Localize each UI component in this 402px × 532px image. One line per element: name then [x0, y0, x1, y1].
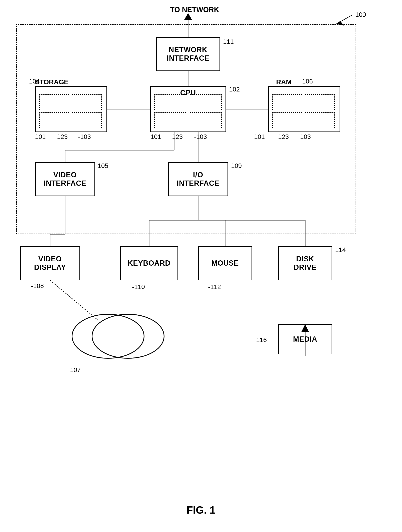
keyboard-label: KEYBOARD	[128, 259, 170, 267]
media-block: MEDIA	[278, 324, 332, 354]
diagram: 100 TO NETWORK NETWORKINTERFACE 111 CPU …	[0, 0, 402, 532]
ref-102: 102	[229, 86, 240, 93]
svg-marker-3	[184, 13, 192, 20]
mouse-block: MOUSE	[198, 246, 252, 280]
svg-point-1	[92, 314, 164, 358]
ref-106: 106	[302, 78, 313, 85]
mouse-label: MOUSE	[211, 259, 239, 267]
storage-ref-123: 123	[57, 133, 68, 140]
storage-label: STORAGE	[35, 78, 69, 86]
ref-105: 105	[98, 162, 108, 170]
keyboard-block: KEYBOARD	[120, 246, 178, 280]
network-interface-block: NETWORKINTERFACE	[156, 37, 220, 71]
disk-drive-block: DISKDRIVE	[278, 246, 332, 280]
storage-ref-103: -103	[78, 133, 91, 140]
ref-112: -112	[208, 283, 221, 291]
disk-drive-label: DISKDRIVE	[294, 255, 317, 272]
ram-block	[268, 86, 340, 132]
cpu-ref-123: 123	[172, 133, 183, 140]
ram-label: RAM	[276, 78, 292, 86]
ref-116: 116	[256, 336, 267, 344]
network-interface-label: NETWORKINTERFACE	[167, 46, 209, 63]
cpu-ref-101: 101	[151, 133, 161, 140]
video-display-label: VIDEODISPLAY	[34, 255, 66, 272]
ram-ref-123: 123	[278, 133, 289, 140]
video-display-block: VIDEODISPLAY	[20, 246, 80, 280]
ref-111: 111	[223, 38, 234, 45]
ref-100-label: 100	[355, 11, 366, 19]
eye-shape	[68, 308, 168, 364]
ref-107: 107	[70, 366, 81, 374]
ram-ref-103: 103	[300, 133, 311, 140]
io-interface-block: I/OINTERFACE	[168, 162, 228, 196]
ram-ref-101: 101	[254, 133, 265, 140]
ref-109: 109	[231, 162, 242, 170]
io-interface-label: I/OINTERFACE	[177, 171, 219, 188]
video-interface-label: VIDEOINTERFACE	[44, 171, 86, 188]
svg-point-0	[72, 314, 144, 358]
ref-108: -108	[31, 282, 44, 290]
storage-block	[35, 86, 107, 132]
figure-caption: FIG. 1	[187, 504, 215, 516]
svg-line-4	[336, 15, 352, 24]
ref-110: -110	[132, 283, 145, 291]
video-interface-block: VIDEOINTERFACE	[35, 162, 95, 196]
cpu-ref-103: -103	[194, 133, 207, 140]
media-label: MEDIA	[293, 335, 317, 343]
ref-104: 104	[29, 78, 40, 85]
cpu-block: CPU	[150, 86, 226, 132]
storage-ref-101: 101	[35, 133, 46, 140]
ref-114: 114	[335, 246, 346, 253]
to-network-label: TO NETWORK	[170, 6, 219, 14]
